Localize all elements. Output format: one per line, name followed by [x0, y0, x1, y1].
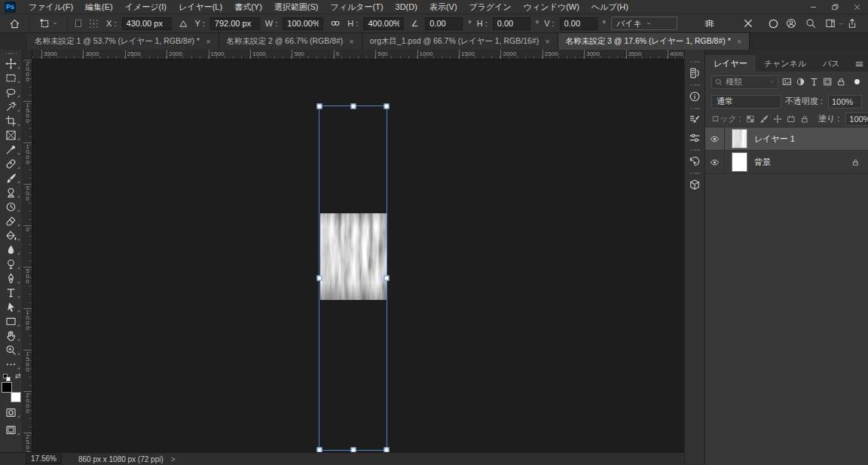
- layer-row-1[interactable]: レイヤー 1: [705, 127, 868, 151]
- menu-item-9[interactable]: プラグイン: [463, 0, 518, 14]
- brush-settings-panel-icon[interactable]: [685, 111, 704, 129]
- menu-item-11[interactable]: ヘルプ(H): [585, 0, 634, 14]
- menu-item-8[interactable]: 表示(V): [423, 0, 463, 14]
- tool-presets-panel-icon[interactable]: [685, 129, 704, 147]
- menu-item-6[interactable]: フィルター(T): [324, 0, 389, 14]
- height-scale-field[interactable]: [363, 17, 404, 30]
- transform-handle[interactable]: [350, 104, 356, 109]
- x-position-field[interactable]: [122, 17, 172, 30]
- y-position-field[interactable]: [210, 17, 260, 30]
- delta-icon[interactable]: [177, 17, 190, 30]
- toolbar-grip[interactable]: [6, 53, 17, 54]
- transform-tool-icon[interactable]: [38, 17, 60, 31]
- status-flyout-chevron[interactable]: >: [171, 455, 176, 463]
- menu-item-4[interactable]: 書式(Y): [228, 0, 268, 14]
- tab-close-icon[interactable]: ×: [545, 37, 549, 46]
- zoom-level-field[interactable]: 17.56%: [26, 454, 62, 464]
- ruler-horizontal[interactable]: 3500300025002000150010005000500100015002…: [32, 50, 684, 60]
- layer-search-box[interactable]: 種類: [711, 75, 778, 89]
- commit-icon[interactable]: [766, 17, 781, 31]
- canvas-area[interactable]: 3500300025002000150010005000500100015002…: [23, 50, 684, 452]
- path-select-tool[interactable]: [1, 300, 22, 314]
- dock-grip[interactable]: [690, 108, 700, 109]
- menu-item-3[interactable]: レイヤー(L): [173, 0, 228, 14]
- fill-field[interactable]: 100%: [845, 112, 868, 126]
- document-tab-2[interactable]: 名称未設定 2 @ 66.7% (RGB/8#)×: [219, 33, 362, 50]
- menu-item-0[interactable]: ファイル(F): [23, 0, 79, 14]
- close-button[interactable]: [846, 0, 868, 14]
- photoshop-logo[interactable]: Ps: [5, 2, 16, 13]
- clone-stamp-tool[interactable]: [1, 185, 22, 200]
- dock-grip[interactable]: [690, 149, 700, 151]
- lock-paint-icon[interactable]: [760, 115, 769, 124]
- pen-tool[interactable]: [1, 271, 22, 286]
- opacity-field[interactable]: 100%: [828, 95, 862, 109]
- ruler-vertical[interactable]: 2 0 0 01 5 0 01 0 0 05 0 005 0 01 0 0 01…: [23, 60, 32, 452]
- visibility-eye-icon[interactable]: [705, 151, 725, 173]
- type-filter-icon[interactable]: [809, 77, 819, 87]
- lock-position-icon[interactable]: [773, 115, 782, 124]
- dock-grip[interactable]: [690, 84, 700, 86]
- visibility-eye-icon[interactable]: [705, 127, 725, 150]
- transform-handle[interactable]: [317, 448, 322, 453]
- panel-tab-3[interactable]: パス: [815, 55, 848, 72]
- warp-icon[interactable]: [702, 17, 717, 31]
- move-tool[interactable]: [1, 57, 22, 71]
- 3d-panel-icon[interactable]: [685, 176, 704, 194]
- paint-bucket-tool[interactable]: [1, 228, 22, 243]
- layer-thumbnail[interactable]: [732, 129, 747, 148]
- lasso-tool[interactable]: [1, 85, 22, 99]
- crop-tool[interactable]: [1, 114, 22, 128]
- document-tab-4[interactable]: 名称未設定 3 @ 17.6% (レイヤー 1, RGB/8#) *×: [558, 33, 750, 50]
- color-swatches[interactable]: ⇄: [2, 374, 21, 398]
- transform-handle[interactable]: [384, 104, 390, 109]
- panel-tab-2[interactable]: チャンネル: [756, 55, 815, 72]
- link-wh-icon[interactable]: [329, 17, 342, 30]
- tab-close-icon[interactable]: ×: [349, 37, 353, 46]
- transform-handle[interactable]: [350, 448, 356, 453]
- adjustment-filter-icon[interactable]: [796, 77, 805, 87]
- menu-item-1[interactable]: 編集(E): [79, 0, 119, 14]
- eyedropper-tool[interactable]: [1, 142, 22, 157]
- menu-item-10[interactable]: ウィンドウ(W): [518, 0, 585, 14]
- layer-thumbnail[interactable]: [732, 152, 747, 172]
- marquee-tool[interactable]: [1, 71, 22, 85]
- blend-mode-select[interactable]: 通常: [711, 95, 781, 109]
- smart-object-filter-icon[interactable]: [836, 77, 846, 87]
- frame-tool[interactable]: [1, 128, 22, 142]
- transform-bounding-box[interactable]: [319, 106, 387, 451]
- foreground-color-swatch[interactable]: [2, 382, 12, 393]
- swap-colors-icon[interactable]: ⇄: [15, 372, 21, 380]
- horizontal-skew-field[interactable]: [493, 17, 530, 30]
- vertical-skew-field[interactable]: [560, 17, 598, 30]
- document-tab-3[interactable]: org木目_1.psd @ 66.7% (レイヤー 1, RGB/16#)×: [362, 33, 558, 50]
- restore-button[interactable]: [824, 0, 846, 14]
- quick-select-tool[interactable]: [1, 99, 22, 114]
- blur-tool[interactable]: [1, 243, 22, 257]
- menu-item-5[interactable]: 選択範囲(S): [268, 0, 325, 14]
- document-tab-1[interactable]: 名称未設定 1 @ 53.7% (レイヤー 1, RGB/8#) *×: [27, 33, 219, 50]
- layer-row-2[interactable]: 背景: [705, 151, 868, 174]
- interpolation-select[interactable]: バイキュービ...: [611, 17, 677, 30]
- dodge-tool[interactable]: [1, 257, 22, 271]
- transform-handle[interactable]: [384, 448, 390, 453]
- share-icon[interactable]: [847, 18, 857, 29]
- libraries-panel-icon[interactable]: [685, 64, 704, 82]
- reference-point-checkbox[interactable]: [75, 20, 81, 27]
- history-brush-tool[interactable]: [1, 200, 22, 214]
- healing-tool[interactable]: [1, 157, 22, 171]
- background-color-swatch[interactable]: [11, 392, 21, 402]
- brush-tool[interactable]: [1, 171, 22, 185]
- info-panel-icon[interactable]: [685, 87, 704, 106]
- quick-mask-button[interactable]: [1, 405, 22, 420]
- lock-artboard-icon[interactable]: [787, 115, 796, 124]
- tab-close-icon[interactable]: ×: [206, 37, 210, 46]
- zoom-tool[interactable]: [1, 343, 22, 357]
- tab-close-icon[interactable]: ×: [737, 37, 741, 46]
- menu-item-2[interactable]: イメージ(I): [119, 0, 173, 14]
- type-tool[interactable]: [1, 286, 22, 300]
- panel-menu-icon[interactable]: [850, 55, 868, 72]
- account-icon[interactable]: [786, 18, 796, 29]
- rectangle-tool[interactable]: [1, 314, 22, 329]
- ellipsis-tool[interactable]: [1, 357, 22, 372]
